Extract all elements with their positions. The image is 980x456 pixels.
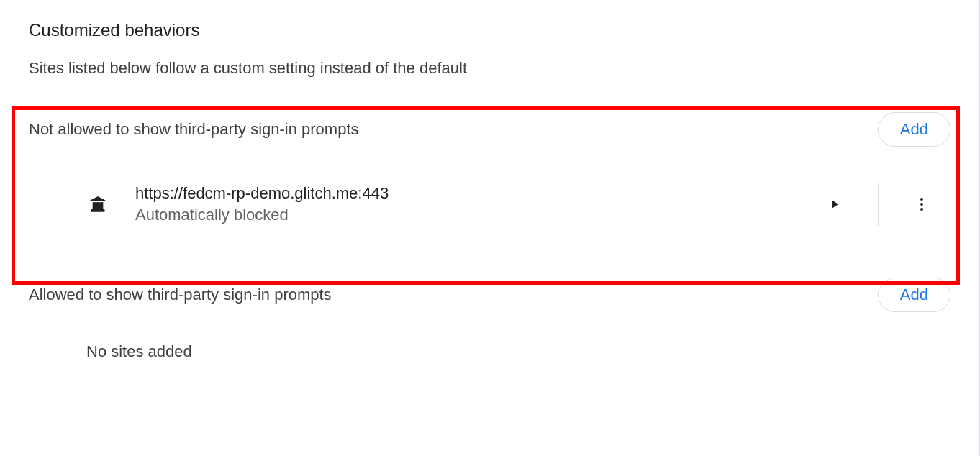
svg-point-5 (920, 203, 923, 206)
svg-rect-1 (97, 202, 99, 208)
expand-arrow-icon[interactable] (820, 190, 849, 219)
allowed-label: Allowed to show third-party sign-in prom… (29, 286, 332, 304)
site-url: https://fedcm-rp-demo.glitch.me:443 (135, 184, 820, 203)
svg-rect-3 (91, 209, 105, 211)
svg-rect-0 (93, 202, 95, 208)
more-actions-button[interactable] (907, 190, 936, 219)
site-status: Automatically blocked (135, 206, 820, 224)
not-allowed-group: Not allowed to show third-party sign-in … (29, 104, 950, 239)
section-description: Sites listed below follow a custom setti… (29, 59, 950, 78)
site-icon (86, 193, 109, 216)
add-not-allowed-button[interactable]: Add (878, 112, 950, 147)
add-allowed-button[interactable]: Add (878, 278, 950, 312)
svg-point-4 (920, 198, 923, 201)
svg-point-6 (920, 208, 923, 211)
site-info: https://fedcm-rp-demo.glitch.me:443 Auto… (135, 184, 820, 224)
site-row[interactable]: https://fedcm-rp-demo.glitch.me:443 Auto… (29, 170, 950, 239)
empty-state: No sites added (29, 321, 950, 361)
svg-rect-2 (101, 202, 103, 208)
divider (878, 183, 879, 226)
not-allowed-label: Not allowed to show third-party sign-in … (29, 120, 359, 139)
allowed-group: Allowed to show third-party sign-in prom… (29, 269, 950, 361)
section-title: Customized behaviors (29, 20, 950, 40)
